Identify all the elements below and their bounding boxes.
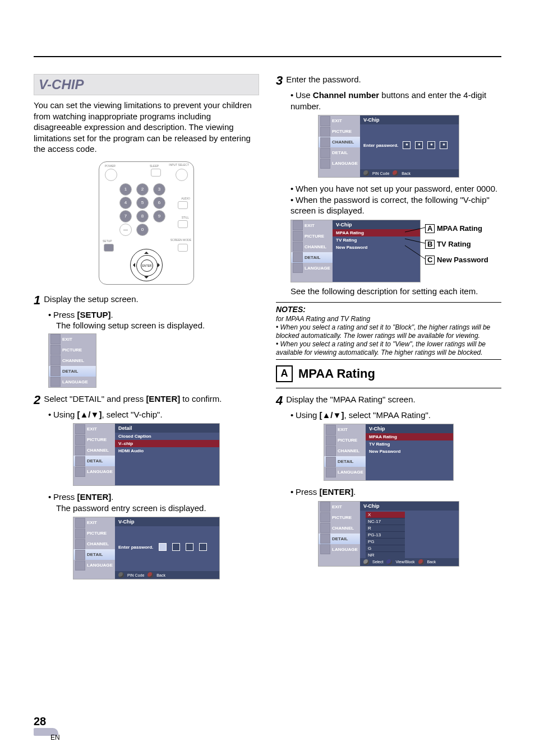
step-2-number: 2 (34, 393, 40, 407)
osd-item-exit: EXIT (291, 220, 333, 231)
osd-password-entry: EXIT PICTURE CHANNEL DETAIL LANGUAGE V-C… (73, 517, 220, 579)
channel-label: CHANNEL (87, 448, 109, 453)
pin-input-3 (186, 543, 193, 551)
osd-item-picture: PICTURE (291, 231, 333, 242)
select-label: Select (372, 560, 383, 564)
osd-item-exit: EXIT (324, 424, 366, 435)
picture-icon (293, 231, 303, 241)
channel-icon (75, 539, 85, 549)
detail-label: DETAIL (87, 552, 103, 557)
channel-icon (326, 446, 336, 456)
setup-key: [SETUP] (77, 310, 111, 319)
mpaa-pg13: PG-13 (366, 532, 405, 539)
exit-icon (75, 518, 85, 528)
picture-icon (75, 435, 85, 445)
step-3c-text: When the password is correct, the follow… (290, 195, 490, 216)
step-4a-pre: Using (296, 410, 320, 420)
two-column-layout: V-CHIP You can set the viewing limitatio… (34, 74, 501, 585)
osd-item-picture: PICTURE (73, 528, 115, 539)
picture-label: PICTURE (332, 515, 352, 520)
detail-icon (320, 148, 330, 158)
intro-text: You can set the viewing limitations to p… (34, 100, 259, 155)
enter-key-2: [ENTER] (77, 492, 112, 502)
mpaa-rule (276, 388, 501, 388)
still-button (178, 220, 188, 228)
notes-subheading: for MPAA Rating and TV Rating (276, 315, 501, 323)
detail-icon (293, 252, 303, 262)
osd-item-language: LANGUAGE (291, 263, 333, 273)
language-label: LANGUAGE (87, 563, 113, 568)
osd-item-language: LANGUAGE (319, 544, 360, 555)
osd-item-language: LANGUAGE (49, 377, 96, 387)
arrow-up-icon (144, 249, 149, 254)
osd-item-picture: PICTURE (324, 435, 366, 446)
picture-icon (320, 512, 330, 522)
input-label: INPUT SELECT (169, 163, 189, 166)
back-icon (147, 572, 153, 578)
annotation-c-label: New Password (437, 256, 488, 264)
exit-label: EXIT (62, 337, 72, 342)
digit-6: 6 (153, 197, 165, 209)
back-label-2: Back (427, 560, 436, 564)
language-label: LANGUAGE (332, 161, 358, 166)
notes-box: NOTES: for MPAA Rating and TV Rating • W… (276, 302, 501, 360)
vchip-menu-mpaa-2: MPAA Rating (366, 433, 453, 440)
notes-heading: NOTES: (276, 305, 501, 315)
mpaa-x: X (366, 512, 405, 518)
pin-input-4 (199, 543, 207, 551)
pin-fill-2: ＊ (415, 141, 423, 149)
osd-footer-2: PIN Code Back (360, 169, 459, 177)
exit-label: EXIT (87, 520, 97, 525)
callout-lines-icon (405, 220, 427, 281)
osd-item-detail: DETAIL (319, 147, 360, 158)
osd-item-detail: DETAIL (73, 456, 115, 466)
osd-item-exit: EXIT (73, 424, 115, 434)
osd-detail-hdmi: HDMI Audio (115, 447, 219, 454)
exit-icon (320, 502, 330, 512)
picture-icon (320, 127, 330, 137)
osd-footer-1: PIN Code Back (115, 571, 219, 579)
step-4a-tail: , select "MPAA Rating". (344, 410, 431, 420)
step-4-text: Display the "MPAA Rating" screen. (286, 394, 501, 405)
detail-icon (75, 456, 85, 466)
channel-icon (320, 137, 330, 147)
digit-1: 1 (119, 183, 132, 196)
step-3b-text: When you have not set up your password, … (296, 184, 497, 193)
step-2: 2 Select "DETAIL" and press [ENTER] to c… (34, 393, 259, 407)
channel-label: CHANNEL (332, 526, 354, 531)
osd-vchip-title-1: V-Chip (115, 517, 219, 526)
sleep-label: SLEEP (150, 164, 159, 168)
language-label: LANGUAGE (305, 266, 330, 271)
language-label: LANGUAGE (332, 547, 358, 552)
mpaa-heading-text: MPAA Rating (298, 367, 375, 381)
step-3-sub-c: •When the password is correct, the follo… (290, 194, 501, 216)
osd-item-channel: CHANNEL (291, 242, 333, 252)
step-2-sub-a: •Using [▲/▼], select "V-chip". (48, 409, 259, 420)
step-2-pre: Select "DETAIL" and press (44, 394, 146, 403)
mpaa-level-list: X NC-17 R PG-13 PG G NR (366, 512, 405, 559)
mpaa-g: G (366, 545, 405, 552)
digit-8: 8 (136, 210, 149, 222)
back-label: Back (156, 573, 165, 577)
step-1-sub-a: •Press [SETUP]. (48, 309, 259, 321)
channel-number-key: Channel number (313, 90, 379, 100)
picture-icon (326, 435, 336, 446)
audio-button (178, 201, 188, 209)
detail-label: DETAIL (87, 458, 103, 463)
digit-7: 7 (119, 210, 132, 222)
step-3-sub-a: •Use Channel number buttons and enter th… (290, 90, 501, 112)
step-2b-tail: , select "V-chip". (102, 410, 162, 419)
osd-vchip-menu-2: EXIT PICTURE CHANNEL DETAIL LANGUAGE V-C… (324, 424, 454, 481)
power-label: POWER (105, 164, 116, 168)
step-4b-pre: Press (296, 487, 320, 497)
annotation-b: B TV Rating (425, 240, 471, 249)
pin-fill-3: ＊ (427, 141, 435, 149)
step-4-sub-a: •Using [▲/▼], select "MPAA Rating". (290, 410, 501, 421)
pin-icon (118, 572, 124, 578)
pin-label: PIN Code (372, 171, 389, 175)
osd-item-picture: PICTURE (319, 512, 360, 523)
enter-key: [ENTER] (146, 394, 180, 403)
svg-line-2 (405, 245, 425, 259)
language-label: LANGUAGE (338, 470, 363, 475)
step-1-text: Display the setup screen. (44, 294, 259, 305)
